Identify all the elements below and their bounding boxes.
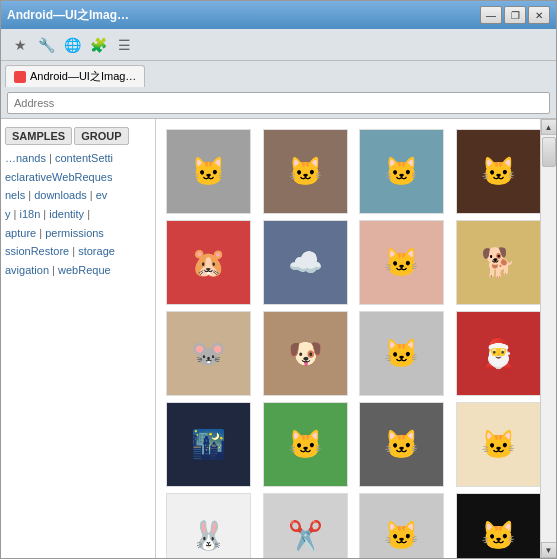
- globe-icon[interactable]: 🌐: [61, 34, 83, 56]
- browser-tab[interactable]: Android—UI之Imag…: [5, 65, 145, 87]
- group-button[interactable]: GROUP: [74, 127, 128, 145]
- nav-bar: ★ 🔧 🌐 🧩 ☰: [1, 29, 556, 61]
- scroll-area: 🐱🐱🐱🐱🐹☁️🐱🐕🐭🐶🐱🎅🌃🐱🐱🐱🐰✂️🐱🐱 ▲ ▼: [156, 119, 556, 558]
- sidebar-link-permissions[interactable]: permissions: [45, 227, 104, 239]
- tab-favicon: [14, 71, 26, 83]
- gallery-item[interactable]: 🐱: [263, 402, 348, 487]
- gallery-item[interactable]: 🐱: [359, 493, 444, 558]
- sidebar-link-capture[interactable]: apture: [5, 227, 36, 239]
- gallery-item[interactable]: 🐱: [456, 493, 541, 558]
- gallery-item[interactable]: 🐭: [166, 311, 251, 396]
- sidebar-link-sessionrestore[interactable]: ssionRestore: [5, 245, 69, 257]
- gallery-item[interactable]: 🐱: [456, 129, 541, 214]
- window-title: Android—UI之Imag…: [7, 7, 129, 24]
- gallery-grid: 🐱🐱🐱🐱🐹☁️🐱🐕🐭🐶🐱🎅🌃🐱🐱🐱🐰✂️🐱🐱: [166, 129, 546, 558]
- gallery-item[interactable]: 🎅: [456, 311, 541, 396]
- sidebar-link-i18n[interactable]: i18n: [19, 208, 40, 220]
- gallery-item[interactable]: 🐱: [456, 402, 541, 487]
- gallery-item[interactable]: 🐶: [263, 311, 348, 396]
- gallery-item[interactable]: 🐱: [166, 129, 251, 214]
- gallery-item[interactable]: 🐱: [359, 129, 444, 214]
- sidebar-link-declarativewebrequest[interactable]: eclarativeWebReques: [5, 171, 112, 183]
- gallery-item[interactable]: 🐱: [359, 311, 444, 396]
- gallery-item[interactable]: ☁️: [263, 220, 348, 305]
- sidebar-link-storage[interactable]: storage: [78, 245, 115, 257]
- star-icon[interactable]: ★: [9, 34, 31, 56]
- sidebar: SAMPLES GROUP …nands | contentSetti ecla…: [1, 119, 156, 558]
- menu-icon[interactable]: ☰: [113, 34, 135, 56]
- tab-bar: Android—UI之Imag…: [1, 61, 556, 87]
- minimize-button[interactable]: —: [480, 6, 502, 24]
- address-bar: [1, 87, 556, 119]
- gallery-item[interactable]: ✂️: [263, 493, 348, 558]
- sidebar-link-commands[interactable]: …nands: [5, 152, 46, 164]
- address-input[interactable]: [7, 92, 550, 114]
- window-controls: — ❐ ✕: [480, 6, 550, 24]
- sidebar-link-identity[interactable]: identity: [49, 208, 84, 220]
- tab-label: Android—UI之Imag…: [30, 69, 136, 84]
- maximize-button[interactable]: ❐: [504, 6, 526, 24]
- gallery-item[interactable]: 🐰: [166, 493, 251, 558]
- sidebar-link-ev[interactable]: ev: [96, 189, 108, 201]
- close-button[interactable]: ✕: [528, 6, 550, 24]
- scroll-thumb[interactable]: [542, 137, 556, 167]
- gallery-item[interactable]: 🐹: [166, 220, 251, 305]
- wrench-icon[interactable]: 🔧: [35, 34, 57, 56]
- scrollbar: ▲ ▼: [540, 119, 556, 558]
- gallery-item[interactable]: 🐕: [456, 220, 541, 305]
- sidebar-nav-row: SAMPLES GROUP: [5, 127, 151, 145]
- gallery-item[interactable]: 🌃: [166, 402, 251, 487]
- scroll-up-button[interactable]: ▲: [541, 119, 557, 135]
- scroll-down-button[interactable]: ▼: [541, 542, 557, 558]
- sidebar-link-panels[interactable]: nels: [5, 189, 25, 201]
- sidebar-links: …nands | contentSetti eclarativeWebReque…: [5, 149, 151, 280]
- sidebar-link-y[interactable]: y: [5, 208, 11, 220]
- sidebar-link-webrequest[interactable]: webReque: [58, 264, 111, 276]
- browser-window: Android—UI之Imag… — ❐ ✕ ★ 🔧 🌐 🧩 ☰ Android…: [0, 0, 557, 559]
- gallery-item[interactable]: 🐱: [359, 402, 444, 487]
- sidebar-link-downloads[interactable]: downloads: [34, 189, 87, 201]
- gallery-item[interactable]: 🐱: [359, 220, 444, 305]
- puzzle-icon[interactable]: 🧩: [87, 34, 109, 56]
- gallery-item[interactable]: 🐱: [263, 129, 348, 214]
- main-content: SAMPLES GROUP …nands | contentSetti ecla…: [1, 119, 556, 558]
- sidebar-link-navigation[interactable]: avigation: [5, 264, 49, 276]
- sidebar-link-contentsettings[interactable]: contentSetti: [55, 152, 113, 164]
- samples-button[interactable]: SAMPLES: [5, 127, 72, 145]
- gallery-container: 🐱🐱🐱🐱🐹☁️🐱🐕🐭🐶🐱🎅🌃🐱🐱🐱🐰✂️🐱🐱: [156, 119, 556, 558]
- title-bar: Android—UI之Imag… — ❐ ✕: [1, 1, 556, 29]
